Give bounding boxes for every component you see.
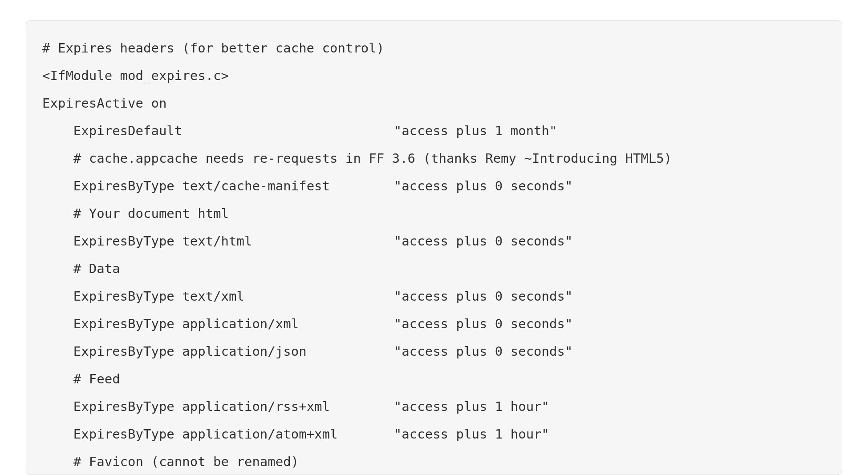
code-line: # Feed: [42, 365, 826, 393]
code-line: ExpiresByType text/cache-manifest"access…: [42, 172, 826, 200]
code-line: <IfModule mod_expires.c>: [42, 62, 826, 89]
code-line-key: ExpiresByType application/xml: [73, 310, 394, 338]
code-line: # Expires headers (for better cache cont…: [42, 34, 826, 62]
code-block: # Expires headers (for better cache cont…: [26, 20, 842, 475]
code-line: # Data: [42, 255, 826, 282]
code-line: ExpiresByType application/json"access pl…: [42, 338, 826, 365]
code-line-key: ExpiresDefault: [73, 117, 394, 145]
code-line: ExpiresActive on: [42, 89, 826, 117]
code-line-value: "access plus 0 seconds": [394, 233, 573, 249]
code-line-value: "access plus 0 seconds": [394, 289, 573, 304]
code-line-value: "access plus 0 seconds": [394, 178, 573, 193]
code-line-value: "access plus 1 hour": [394, 399, 549, 414]
code-line-value: "access plus 0 seconds": [394, 344, 573, 359]
code-line-value: "access plus 1 month": [394, 123, 557, 138]
page: # Expires headers (for better cache cont…: [0, 0, 868, 475]
code-line: # cache.appcache needs re-requests in FF…: [42, 145, 826, 172]
code-line: ExpiresByType text/xml"access plus 0 sec…: [42, 282, 826, 310]
code-line: # Favicon (cannot be renamed): [42, 448, 826, 475]
code-line: # Your document html: [42, 200, 826, 227]
code-line: ExpiresByType text/html"access plus 0 se…: [42, 227, 826, 255]
code-line-value: "access plus 1 hour": [394, 427, 549, 442]
code-line-key: ExpiresByType application/atom+xml: [73, 420, 394, 448]
code-line: ExpiresByType application/xml"access plu…: [42, 310, 826, 338]
code-line-key: ExpiresByType text/cache-manifest: [73, 172, 394, 200]
code-line-key: ExpiresByType text/html: [73, 227, 394, 255]
code-line: ExpiresByType application/atom+xml"acces…: [42, 420, 826, 448]
code-line-key: ExpiresByType text/xml: [73, 282, 394, 310]
code-line: ExpiresDefault"access plus 1 month": [42, 117, 826, 145]
code-line-value: "access plus 0 seconds": [394, 316, 573, 331]
code-line-key: ExpiresByType application/rss+xml: [73, 393, 394, 420]
code-line: ExpiresByType application/rss+xml"access…: [42, 393, 826, 420]
code-line-key: ExpiresByType application/json: [73, 338, 394, 365]
